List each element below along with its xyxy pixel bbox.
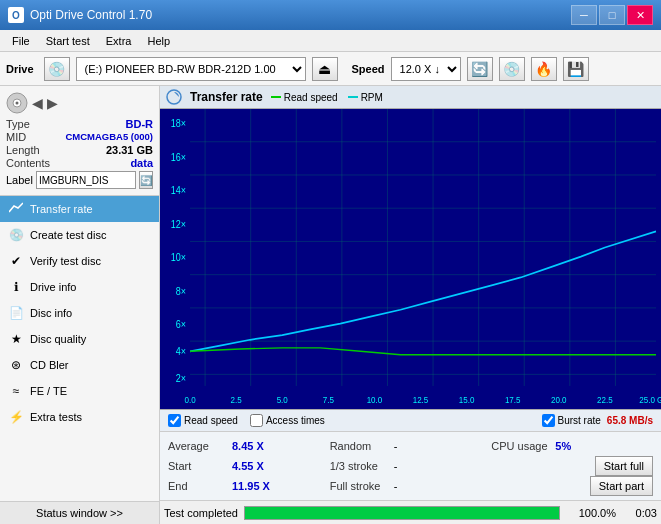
start-value: 4.55 X [232,460,264,472]
start-full-button[interactable]: Start full [595,456,653,476]
menu-bar: File Start test Extra Help [0,30,661,52]
contents-value: data [130,157,153,169]
speed-select[interactable]: 12.0 X ↓ [391,57,461,81]
read-speed-legend-label: Read speed [284,92,338,103]
nav-item-verify-test-disc[interactable]: ✔ Verify test disc [0,248,159,274]
disc-section: ◀ ▶ Type BD-R MID CMCMAGBA5 (000) Length… [0,86,159,196]
average-label: Average [168,440,228,452]
svg-text:16×: 16× [171,151,186,163]
drive-label: Drive [6,63,34,75]
nav-item-disc-info[interactable]: 📄 Disc info [0,300,159,326]
verify-test-disc-icon: ✔ [8,253,24,269]
menu-extra[interactable]: Extra [98,33,140,49]
start-part-button[interactable]: Start part [590,476,653,496]
checkboxes-bar: Read speed Access times Burst rate 65.8 … [160,409,661,431]
progress-percent: 100.0% [566,507,616,519]
burst-rate-value: 65.8 MB/s [607,415,653,426]
cd-bler-icon: ⊛ [8,357,24,373]
nav-label-cd-bler: CD Bler [30,359,69,371]
chart-title: Transfer rate [190,90,263,104]
nav-item-fe-te[interactable]: ≈ FE / TE [0,378,159,404]
nav-label-verify-test-disc: Verify test disc [30,255,101,267]
disc-button[interactable]: 💿 [499,57,525,81]
stats-section: Average 8.45 X Random - CPU usage 5% Sta… [160,431,661,500]
menu-start-test[interactable]: Start test [38,33,98,49]
eject-button[interactable]: ⏏ [312,57,338,81]
svg-text:7.5: 7.5 [323,395,334,406]
close-button[interactable]: ✕ [627,5,653,25]
chart-area: 18× 16× 14× 12× 10× 8× 6× 4× 2× 0.0 2.5 … [160,109,661,409]
refresh-button[interactable]: 🔄 [467,57,493,81]
app-title: Opti Drive Control 1.70 [30,8,152,22]
drive-icon-button[interactable]: 💿 [44,57,70,81]
one-third-label: 1/3 stroke [330,460,390,472]
nav-label-disc-info: Disc info [30,307,72,319]
mid-value: CMCMAGBA5 (000) [65,131,153,143]
cpu-usage-label: CPU usage [491,440,551,452]
menu-file[interactable]: File [4,33,38,49]
disc-nav-right[interactable]: ▶ [47,95,58,111]
average-value: 8.45 X [232,440,264,452]
nav-item-extra-tests[interactable]: ⚡ Extra tests [0,404,159,430]
svg-text:4×: 4× [176,345,186,357]
start-label: Start [168,460,228,472]
read-speed-checkbox[interactable] [168,414,181,427]
status-window-button[interactable]: Status window >> [0,501,159,524]
speed-label: Speed [352,63,385,75]
nav-section: Transfer rate 💿 Create test disc ✔ Verif… [0,196,159,501]
nav-label-create-test-disc: Create test disc [30,229,106,241]
length-value: 23.31 GB [106,144,153,156]
nav-label-disc-quality: Disc quality [30,333,86,345]
drive-select[interactable]: (E:) PIONEER BD-RW BDR-212D 1.00 [76,57,306,81]
disc-nav-left[interactable]: ◀ [32,95,43,111]
disc-quality-icon: ★ [8,331,24,347]
svg-text:25.0 GB: 25.0 GB [639,395,661,406]
svg-text:12.5: 12.5 [413,395,429,406]
svg-text:6×: 6× [176,319,186,331]
svg-text:10×: 10× [171,252,186,264]
status-text: Test completed [164,507,238,519]
nav-item-create-test-disc[interactable]: 💿 Create test disc [0,222,159,248]
disc-icon [6,92,28,114]
svg-text:5.0: 5.0 [277,395,288,406]
transfer-rate-icon [8,201,24,217]
minimize-button[interactable]: ─ [571,5,597,25]
random-value: - [394,440,398,452]
left-panel: ◀ ▶ Type BD-R MID CMCMAGBA5 (000) Length… [0,86,160,524]
rpm-legend-dot [348,96,358,98]
burst-rate-checkbox[interactable] [542,414,555,427]
burn-button[interactable]: 🔥 [531,57,557,81]
create-test-disc-icon: 💿 [8,227,24,243]
extra-tests-icon: ⚡ [8,409,24,425]
nav-item-transfer-rate[interactable]: Transfer rate [0,196,159,222]
full-stroke-value: - [394,480,398,492]
svg-text:22.5: 22.5 [597,395,613,406]
right-panel: Transfer rate Read speed RPM [160,86,661,524]
svg-text:8×: 8× [176,285,186,297]
nav-label-extra-tests: Extra tests [30,411,82,423]
access-times-checkbox[interactable] [250,414,263,427]
title-bar: O Opti Drive Control 1.70 ─ □ ✕ [0,0,661,30]
svg-text:14×: 14× [171,185,186,197]
nav-label-drive-info: Drive info [30,281,76,293]
svg-text:2.5: 2.5 [231,395,242,406]
svg-point-2 [16,102,19,105]
save-button[interactable]: 💾 [563,57,589,81]
length-label: Length [6,144,40,156]
maximize-button[interactable]: □ [599,5,625,25]
nav-item-cd-bler[interactable]: ⊛ CD Bler [0,352,159,378]
contents-label: Contents [6,157,50,169]
disc-label-input[interactable] [36,171,136,189]
menu-help[interactable]: Help [139,33,178,49]
type-label: Type [6,118,30,130]
rpm-legend-label: RPM [361,92,383,103]
nav-item-disc-quality[interactable]: ★ Disc quality [0,326,159,352]
progress-bar [244,506,560,520]
drive-info-icon: ℹ [8,279,24,295]
nav-item-drive-info[interactable]: ℹ Drive info [0,274,159,300]
fe-te-icon: ≈ [8,383,24,399]
disc-label-button[interactable]: 🔄 [139,171,153,189]
random-label: Random [330,440,390,452]
chart-svg: 18× 16× 14× 12× 10× 8× 6× 4× 2× 0.0 2.5 … [160,109,661,409]
svg-text:20.0: 20.0 [551,395,567,406]
